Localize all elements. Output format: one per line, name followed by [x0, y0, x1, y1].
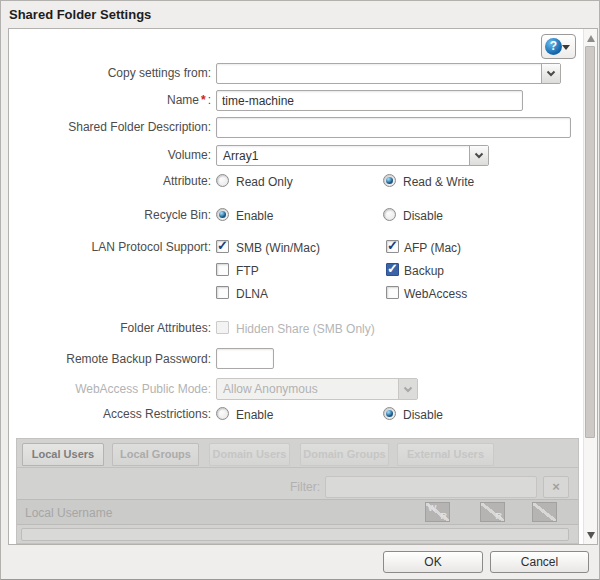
tab-local-groups: Local Groups: [112, 443, 199, 466]
folder-attributes-label: Folder Attributes:: [9, 321, 211, 335]
filter-label: Filter:: [17, 480, 320, 494]
ok-button[interactable]: OK: [383, 551, 483, 573]
chevron-down-icon: [403, 386, 413, 393]
access-disable-label[interactable]: Disable: [403, 408, 443, 422]
afp-checkbox[interactable]: [386, 240, 399, 253]
tab-external-users: External Users: [397, 443, 494, 466]
attribute-read-write-label[interactable]: Read & Write: [403, 175, 474, 189]
copy-settings-label: Copy settings from:: [9, 66, 211, 80]
tab-local-users: Local Users: [22, 443, 104, 466]
help-icon: ?: [545, 38, 562, 55]
recycle-bin-label: Recycle Bin:: [9, 208, 211, 222]
recycle-enable-label[interactable]: Enable: [236, 209, 273, 223]
hidden-share-label: Hidden Share (SMB Only): [236, 322, 375, 336]
chevron-down-icon: [474, 152, 484, 159]
access-disable-radio[interactable]: [383, 407, 396, 420]
dialog-content: ? Copy settings from: Name*: Shared Fold…: [8, 28, 598, 545]
clear-filter-button: ×: [543, 476, 569, 498]
webaccess-mode-select: Allow Anonymous: [216, 378, 418, 400]
local-username-column-header: Local Username: [25, 506, 112, 520]
dlna-checkbox[interactable]: [216, 286, 229, 299]
name-label: Name*:: [9, 93, 211, 107]
lan-protocol-label: LAN Protocol Support:: [9, 240, 211, 254]
remote-backup-password-input[interactable]: [216, 348, 274, 369]
afp-label[interactable]: AFP (Mac): [404, 241, 461, 255]
attribute-label: Attribute:: [9, 174, 211, 188]
required-asterisk: *: [201, 93, 206, 107]
tab-domain-groups: Domain Groups: [300, 443, 389, 466]
volume-dropdown-button[interactable]: [469, 146, 488, 165]
volume-select[interactable]: Array1: [216, 145, 489, 166]
webaccess-checkbox[interactable]: [386, 286, 399, 299]
access-restrictions-panel: Local Users Local Groups Domain Users Do…: [16, 438, 579, 544]
user-list-area: [21, 528, 569, 541]
copy-settings-dropdown-button[interactable]: [541, 64, 560, 83]
smb-checkbox[interactable]: [216, 240, 229, 253]
name-input[interactable]: [216, 90, 523, 111]
access-enable-radio[interactable]: [216, 407, 229, 420]
tab-domain-users: Domain Users: [209, 443, 290, 466]
description-input[interactable]: [216, 117, 571, 138]
hidden-share-checkbox: [216, 321, 229, 334]
chevron-down-icon: [546, 70, 556, 77]
ftp-label[interactable]: FTP: [236, 264, 259, 278]
dlna-label[interactable]: DLNA: [236, 287, 268, 301]
copy-settings-select[interactable]: [216, 63, 561, 84]
scrollbar-thumb[interactable]: [585, 46, 595, 438]
description-label: Shared Folder Description:: [9, 120, 211, 134]
volume-value: Array1: [223, 149, 258, 163]
access-enable-label[interactable]: Enable: [236, 408, 273, 422]
recycle-disable-label[interactable]: Disable: [403, 209, 443, 223]
ftp-checkbox[interactable]: [216, 263, 229, 276]
backup-label[interactable]: Backup: [404, 264, 444, 278]
tab-separator: [17, 467, 578, 468]
read-only-permission-icon: R: [480, 502, 505, 522]
webaccess-mode-dropdown-button: [398, 379, 417, 399]
write-read-permission-icon: W R: [425, 502, 450, 522]
page-title: Shared Folder Settings: [9, 7, 151, 22]
recycle-enable-radio[interactable]: [216, 208, 229, 221]
attribute-read-only-radio[interactable]: [216, 174, 229, 187]
remote-backup-password-label: Remote Backup Password:: [9, 352, 211, 366]
smb-label[interactable]: SMB (Win/Mac): [236, 241, 320, 255]
caret-down-icon: [562, 45, 570, 50]
scroll-up-icon[interactable]: [587, 35, 595, 42]
webaccess-mode-label: WebAccess Public Mode:: [9, 382, 211, 396]
backup-checkbox[interactable]: [386, 263, 399, 276]
scroll-down-icon[interactable]: [587, 532, 595, 539]
volume-label: Volume:: [9, 148, 211, 162]
vertical-scrollbar: [583, 29, 597, 544]
attribute-read-write-radio[interactable]: [383, 174, 396, 187]
no-access-permission-icon: [532, 502, 557, 522]
help-button[interactable]: ?: [541, 34, 576, 59]
close-icon: ×: [552, 479, 560, 494]
access-restrictions-label: Access Restrictions:: [9, 407, 211, 421]
filter-input: [325, 476, 537, 498]
cancel-button[interactable]: Cancel: [490, 551, 589, 573]
webaccess-mode-value: Allow Anonymous: [223, 382, 318, 396]
attribute-read-only-label[interactable]: Read Only: [236, 175, 293, 189]
recycle-disable-radio[interactable]: [383, 208, 396, 221]
webaccess-label[interactable]: WebAccess: [404, 287, 467, 301]
